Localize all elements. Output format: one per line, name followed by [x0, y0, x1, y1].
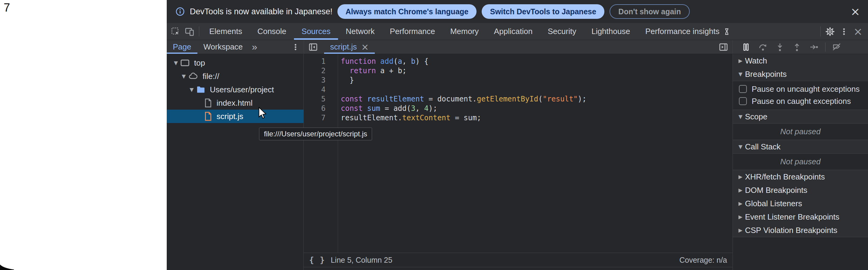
file-path-tooltip: file:///Users/user/project/script.js — [259, 127, 372, 140]
infobar-close-button[interactable]: × — [850, 6, 860, 17]
tree-item-top[interactable]: ▼top — [167, 56, 303, 69]
tree-item-file-[interactable]: ▼file:// — [167, 69, 303, 83]
mouse-cursor-icon — [258, 107, 269, 120]
cloud-icon — [188, 71, 198, 81]
code-area[interactable]: 1function add(a, b) {2 return a + b;3 }4… — [304, 57, 733, 253]
line-number[interactable]: 7 — [304, 113, 338, 123]
expand-right-panel-icon — [719, 42, 728, 52]
navigator-header: PageWorkspace » — [167, 40, 304, 54]
code-line-7[interactable]: 7resultElement.textContent = sum; — [304, 113, 733, 123]
toolbar-divider — [199, 26, 199, 36]
tab-label: Lighthouse — [591, 27, 630, 36]
section-label: Event Listener Breakpoints — [745, 212, 839, 222]
device-toolbar-button[interactable] — [183, 23, 196, 40]
switch-devtools-to-japanese-button[interactable]: Switch DevTools to Japanese — [482, 4, 604, 19]
tab-application[interactable]: Application — [486, 23, 540, 40]
line-number[interactable]: 4 — [304, 85, 338, 94]
step-into-button[interactable] — [772, 42, 788, 52]
pause-button[interactable] — [738, 42, 754, 52]
tab-lighthouse[interactable]: Lighthouse — [584, 23, 638, 40]
section-header-watch[interactable]: ▶Watch — [733, 54, 868, 67]
line-number[interactable]: 3 — [304, 76, 338, 85]
section-label: Breakpoints — [745, 69, 786, 79]
tree-item-index-html[interactable]: index.html — [167, 96, 303, 110]
checkbox-row-pause-on-caught-exceptions[interactable]: Pause on caught exceptions — [733, 95, 868, 107]
always-match-chrome-s-language-button[interactable]: Always match Chrome's language — [337, 4, 477, 19]
code-text: return a + b; — [341, 66, 407, 76]
tab-console[interactable]: Console — [250, 23, 294, 40]
expander-arrow-icon[interactable]: ▼ — [172, 60, 180, 66]
deactivate-breakpoints-button[interactable] — [829, 42, 845, 52]
section-header-xhr-fetch-breakpoints[interactable]: ▶XHR/fetch Breakpoints — [733, 170, 868, 183]
checkbox-unchecked[interactable] — [739, 85, 747, 93]
expander-arrow-icon[interactable]: ▶ — [736, 201, 745, 207]
section-header-global-listeners[interactable]: ▶Global Listeners — [733, 197, 868, 210]
inspect-element-button[interactable] — [168, 23, 183, 40]
line-number[interactable]: 6 — [304, 104, 338, 113]
step-over-button[interactable] — [755, 42, 771, 52]
section-header-scope[interactable]: ▼Scope — [733, 110, 868, 123]
expander-arrow-icon[interactable]: ▶ — [736, 227, 745, 233]
expander-arrow-icon[interactable]: ▶ — [736, 214, 745, 220]
devtools-close-button[interactable]: × — [851, 23, 865, 40]
navigator-tab-workspace[interactable]: Workspace — [197, 40, 249, 54]
code-line-5[interactable]: 5const resultElement = document.getEleme… — [304, 94, 733, 104]
tree-item-label: top — [194, 58, 205, 68]
more-options-button[interactable] — [837, 23, 851, 40]
sidebar-section-headers: ▼Scope — [733, 110, 868, 124]
line-number[interactable]: 2 — [304, 66, 338, 76]
kebab-menu-icon — [291, 43, 300, 51]
toolbar-spacer — [739, 23, 818, 40]
navigator-tab-page[interactable]: Page — [167, 40, 197, 54]
section-header-event-listener-breakpoints[interactable]: ▶Event Listener Breakpoints — [733, 210, 868, 223]
tab-performance[interactable]: Performance — [382, 23, 443, 40]
tree-item-script-js[interactable]: script.js — [167, 110, 303, 123]
section-header-dom-breakpoints[interactable]: ▶DOM Breakpoints — [733, 183, 868, 197]
step-button[interactable] — [806, 42, 822, 52]
line-number[interactable]: 5 — [304, 94, 338, 104]
show-debugger-sidebar-button[interactable] — [714, 40, 733, 54]
expander-arrow-icon[interactable]: ▼ — [736, 71, 745, 77]
tree-item-users-user-project[interactable]: ▼Users/user/project — [167, 83, 303, 96]
code-line-2[interactable]: 2 return a + b; — [304, 66, 733, 76]
expander-arrow-icon[interactable]: ▶ — [736, 174, 745, 180]
expander-arrow-icon[interactable]: ▼ — [736, 114, 745, 120]
dont-show-again-button[interactable]: Don't show again — [610, 4, 690, 19]
line-number[interactable]: 1 — [304, 57, 338, 66]
expander-arrow-icon[interactable]: ▼ — [180, 73, 188, 79]
tabstrip-spacer — [375, 40, 714, 54]
code-line-4[interactable]: 4 — [304, 85, 733, 94]
tab-elements[interactable]: Elements — [202, 23, 250, 40]
hide-navigator-button[interactable] — [304, 40, 322, 54]
expander-arrow-icon[interactable]: ▶ — [736, 187, 745, 193]
close-tab-icon[interactable]: × — [361, 41, 369, 52]
settings-button[interactable] — [823, 23, 837, 40]
checkbox-row-pause-on-uncaught-exceptions[interactable]: Pause on uncaught exceptions — [733, 83, 868, 95]
more-tabs-chevron-icon[interactable]: » — [249, 40, 260, 54]
pretty-print-button[interactable]: { } — [309, 256, 325, 265]
code-editor: 1function add(a, b) {2 return a + b;3 }4… — [304, 54, 733, 270]
tab-sources[interactable]: Sources — [294, 23, 338, 40]
section-header-breakpoints[interactable]: ▼Breakpoints — [733, 67, 868, 81]
code-line-1[interactable]: 1function add(a, b) { — [304, 57, 733, 66]
tab-memory[interactable]: Memory — [442, 23, 486, 40]
tab-label: Elements — [209, 27, 242, 36]
tab-security[interactable]: Security — [540, 23, 584, 40]
expander-arrow-icon[interactable]: ▶ — [736, 58, 745, 64]
section-header-csp-violation-breakpoints[interactable]: ▶CSP Violation Breakpoints — [733, 223, 868, 237]
breakpoints-options: Pause on uncaught exceptionsPause on cau… — [733, 81, 868, 110]
open-file-tab-script-js[interactable]: script.js × — [324, 40, 375, 54]
expander-arrow-icon[interactable]: ▼ — [736, 144, 745, 150]
step-out-button[interactable] — [789, 42, 805, 52]
expander-arrow-icon[interactable]: ▼ — [187, 87, 196, 93]
navigator-menu-button[interactable] — [291, 40, 300, 54]
tree-item-label: script.js — [217, 112, 243, 121]
code-line-6[interactable]: 6const sum = add(3, 4); — [304, 104, 733, 113]
tab-performance-insights[interactable]: Performance insights — [638, 23, 739, 40]
section-label: DOM Breakpoints — [745, 186, 807, 195]
code-line-3[interactable]: 3 } — [304, 76, 733, 85]
checkbox-unchecked[interactable] — [739, 97, 747, 105]
section-header-call-stack[interactable]: ▼Call Stack — [733, 140, 868, 153]
tab-network[interactable]: Network — [338, 23, 382, 40]
panel-tab-row: PageWorkspace » script.js × — [167, 40, 868, 54]
